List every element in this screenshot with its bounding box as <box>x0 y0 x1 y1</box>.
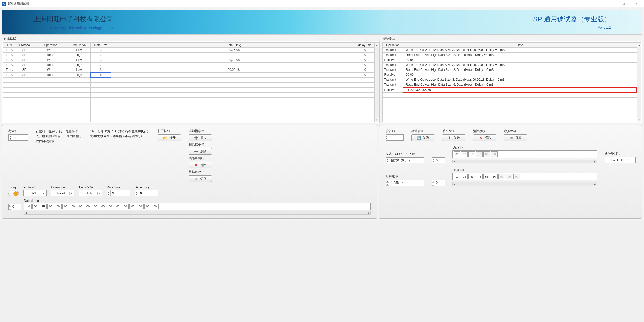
table-cell[interactable]: True. <box>3 67 16 72</box>
hex-byte[interactable]: 00 <box>47 204 54 209</box>
hex-byte[interactable]: 00 <box>107 204 114 209</box>
scroll-right-icon[interactable]: ▶ <box>367 211 370 214</box>
table-cell[interactable] <box>403 112 637 117</box>
table-row[interactable]: TransmitWrite End Cs Val: Low Data Size:… <box>382 48 637 53</box>
hex-byte[interactable]: 66 <box>491 174 498 179</box>
hex-byte[interactable]: 44 <box>476 174 483 179</box>
table-row[interactable]: TransmitWrite End Cs Val: Low Data Size:… <box>382 62 637 67</box>
col-size[interactable]: Data Size <box>91 43 111 48</box>
send-scrollbar[interactable]: ▲ ▼ <box>375 42 379 122</box>
table-row[interactable] <box>3 112 375 117</box>
table-cell[interactable]: 0 <box>356 57 374 62</box>
datarx-offset-input[interactable] <box>434 181 450 185</box>
hex-byte[interactable]: 18 <box>468 151 475 157</box>
table-cell[interactable]: High <box>67 72 91 77</box>
table-cell[interactable]: SPI <box>16 62 34 67</box>
table-cell[interactable]: True. <box>3 53 16 57</box>
clear-rx-button[interactable]: ✖清除 <box>473 134 496 141</box>
table-cell[interactable]: Low <box>67 57 91 62</box>
table-cell[interactable] <box>67 83 91 88</box>
table-cell[interactable]: Write End Cs Val: Low Data Size: 3, Data… <box>403 77 637 82</box>
spin-up-icon[interactable]: ▲ <box>386 180 389 183</box>
clock-select[interactable]: ▲▼1.25Mhz <box>386 180 424 186</box>
table-row[interactable]: TransmitWrite End Cs Val: Low Data Size:… <box>382 77 637 82</box>
spin-up-icon[interactable]: ▲ <box>386 158 389 160</box>
table-cell[interactable]: 3 <box>91 67 111 72</box>
table-row[interactable]: True.SPIWriteLow300,00,180 <box>3 67 375 72</box>
table-cell[interactable]: SPI <box>16 57 34 62</box>
col-operation[interactable]: Operation <box>34 43 67 48</box>
table-cell[interactable] <box>111 83 356 88</box>
table-cell[interactable] <box>16 88 34 92</box>
hex-byte[interactable]: 00 <box>152 204 159 209</box>
table-cell[interactable]: 2 <box>91 62 111 67</box>
table-cell[interactable]: 11,22,33,44,55,66 <box>403 87 637 92</box>
table-cell[interactable] <box>356 88 374 92</box>
table-cell[interactable] <box>67 112 91 117</box>
size-spin[interactable]: ▲▼ <box>107 190 130 196</box>
col-on[interactable]: ON <box>3 43 16 48</box>
table-cell[interactable]: 00,26,08 <box>111 48 356 53</box>
table-cell[interactable] <box>382 92 403 97</box>
table-cell[interactable] <box>34 112 67 117</box>
table-cell[interactable] <box>67 102 91 107</box>
table-cell[interactable] <box>356 83 374 88</box>
table-row[interactable] <box>3 97 375 102</box>
hex-byte[interactable]: 00 <box>100 204 106 209</box>
table-cell[interactable] <box>382 97 403 102</box>
table-row[interactable] <box>3 88 375 92</box>
hex-byte[interactable]: 00 <box>62 204 69 209</box>
table-cell[interactable] <box>67 88 91 92</box>
spin-up-icon[interactable]: ▲ <box>135 190 138 193</box>
table-row[interactable]: Receive00,06 <box>382 57 637 62</box>
table-cell[interactable] <box>382 112 403 117</box>
table-row[interactable]: Receive00,00 <box>382 72 637 77</box>
spin-down-icon[interactable]: ▼ <box>432 183 434 186</box>
scroll-down-icon[interactable]: ▼ <box>637 118 641 122</box>
table-cell[interactable]: 3 <box>91 48 111 53</box>
table-cell[interactable] <box>403 92 637 97</box>
table-cell[interactable] <box>403 97 637 102</box>
table-row[interactable] <box>382 92 637 97</box>
table-cell[interactable] <box>111 112 356 117</box>
datarx-hscroll[interactable]: ◀▶ <box>452 182 597 186</box>
table-cell[interactable] <box>3 97 16 102</box>
table-cell[interactable]: Write End Cs Val: Low Data Size: 3, Data… <box>403 62 637 67</box>
col-rx-operation[interactable]: Operation <box>382 43 403 48</box>
table-cell[interactable] <box>111 92 356 97</box>
table-cell[interactable] <box>67 117 91 122</box>
table-cell[interactable] <box>3 92 16 97</box>
table-row[interactable]: Receive11,22,33,44,55,66 <box>382 87 637 92</box>
hex-byte[interactable]: 00 <box>454 151 460 157</box>
table-cell[interactable]: Read End Cs Val: High Data Size: 2, Data… <box>403 67 637 72</box>
table-cell[interactable] <box>34 102 67 107</box>
datahex-hscroll[interactable]: ◀▶ <box>24 211 371 215</box>
table-cell[interactable] <box>111 77 356 82</box>
datatx-offset-spin[interactable]: ▲▼ <box>432 157 445 163</box>
table-cell[interactable]: 0 <box>356 72 374 77</box>
table-row[interactable] <box>3 117 375 122</box>
spin-up-icon[interactable]: ▲ <box>9 204 11 207</box>
table-cell[interactable] <box>356 92 374 97</box>
table-cell[interactable] <box>67 107 91 112</box>
spin-down-icon[interactable]: ▼ <box>9 207 11 210</box>
scroll-left-icon[interactable]: ◀ <box>24 211 28 214</box>
hex-byte[interactable]: 00 <box>122 204 129 209</box>
table-cell[interactable] <box>356 77 374 82</box>
table-cell[interactable] <box>3 117 16 122</box>
hex-byte[interactable]: 00 <box>461 151 468 157</box>
delay-spin[interactable]: ▲▼ <box>135 190 158 196</box>
table-cell[interactable] <box>91 117 111 122</box>
table-row[interactable] <box>382 112 637 117</box>
table-cell[interactable]: True. <box>3 57 16 62</box>
endcs-combo[interactable]: High▼ <box>79 190 102 196</box>
table-cell[interactable]: 00,06 <box>403 57 637 62</box>
hex-byte[interactable]: 00 <box>77 204 84 209</box>
table-row[interactable]: TransmitRead End Cs Val: High Data Size:… <box>382 67 637 72</box>
table-cell[interactable] <box>356 107 374 112</box>
table-cell[interactable]: 0 <box>356 48 374 53</box>
table-cell[interactable] <box>16 83 34 88</box>
size-input[interactable] <box>111 192 126 195</box>
table-cell[interactable] <box>356 102 374 107</box>
table-cell[interactable]: Receive <box>382 57 403 62</box>
